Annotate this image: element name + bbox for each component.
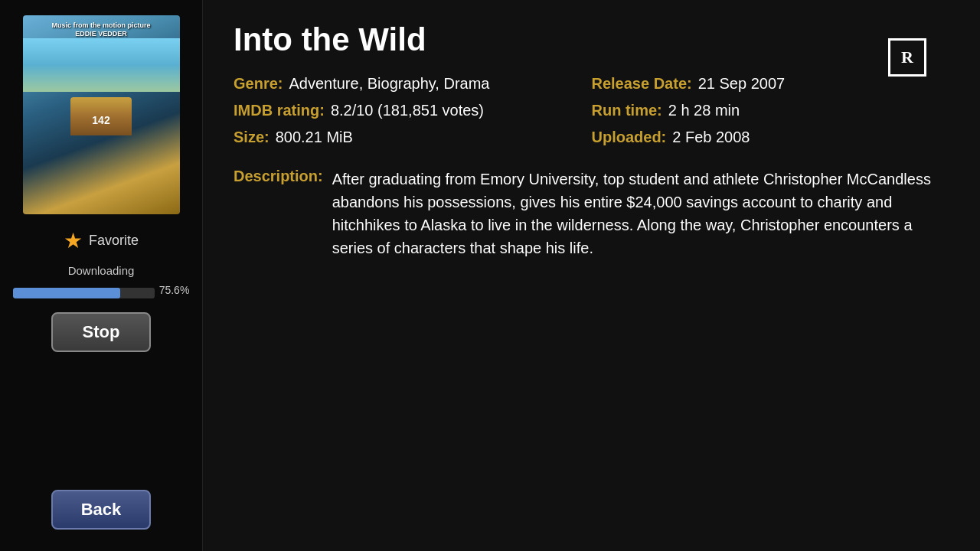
info-grid: Genre: Adventure, Biography, Drama Relea… xyxy=(234,75,949,146)
imdb-value: 8.2/10 (181,851 votes) xyxy=(331,102,484,119)
progress-percent: 75.6% xyxy=(159,284,190,296)
progress-bar-container xyxy=(13,288,155,298)
movie-poster: Music from the motion picture EDDIE VEDD… xyxy=(23,15,180,214)
header-area: Into the Wild R xyxy=(234,21,949,75)
poster-artist-name: EDDIE VEDDER xyxy=(75,30,127,38)
uploaded-label: Uploaded: xyxy=(592,129,667,146)
description-row: Description: After graduating from Emory… xyxy=(234,168,949,259)
release-date-value: 21 Sep 2007 xyxy=(698,75,785,93)
release-date-row: Release Date: 21 Sep 2007 xyxy=(592,75,950,93)
stop-button[interactable]: Stop xyxy=(51,312,151,352)
movie-title: Into the Wild xyxy=(234,21,949,58)
runtime-row: Run time: 2 h 28 min xyxy=(592,102,950,119)
runtime-value: 2 h 28 min xyxy=(668,102,740,119)
runtime-label: Run time: xyxy=(592,102,662,119)
uploaded-value: 2 Feb 2008 xyxy=(672,129,750,146)
favorite-row: ★ Favorite xyxy=(64,228,139,253)
favorite-label: Favorite xyxy=(89,233,139,249)
uploaded-row: Uploaded: 2 Feb 2008 xyxy=(592,129,950,146)
description-label: Description: xyxy=(234,168,323,259)
imdb-row: IMDB rating: 8.2/10 (181,851 votes) xyxy=(234,102,592,119)
genre-row: Genre: Adventure, Biography, Drama xyxy=(234,75,592,93)
rating-badge: R xyxy=(888,38,926,77)
progress-row: 75.6% xyxy=(13,282,190,298)
size-row: Size: 800.21 MiB xyxy=(234,129,592,146)
release-date-label: Release Date: xyxy=(592,75,692,93)
poster-bus: 142 xyxy=(70,97,132,135)
right-panel: Into the Wild R Genre: Adventure, Biogra… xyxy=(203,0,980,551)
size-label: Size: xyxy=(234,129,270,146)
description-text: After graduating from Emory University, … xyxy=(332,168,949,259)
genre-value: Adventure, Biography, Drama xyxy=(289,75,489,93)
left-panel: Music from the motion picture EDDIE VEDD… xyxy=(0,0,203,551)
poster-bus-number: 142 xyxy=(92,114,109,126)
poster-figure: 142 xyxy=(70,59,132,135)
imdb-label: IMDB rating: xyxy=(234,102,325,119)
genre-label: Genre: xyxy=(234,75,283,93)
downloading-label: Downloading xyxy=(68,264,135,277)
poster-artist: Music from the motion picture xyxy=(51,21,150,30)
back-button[interactable]: Back xyxy=(51,490,151,530)
star-icon: ★ xyxy=(64,228,83,253)
size-value: 800.21 MiB xyxy=(276,129,353,146)
progress-bar-fill xyxy=(13,288,120,298)
